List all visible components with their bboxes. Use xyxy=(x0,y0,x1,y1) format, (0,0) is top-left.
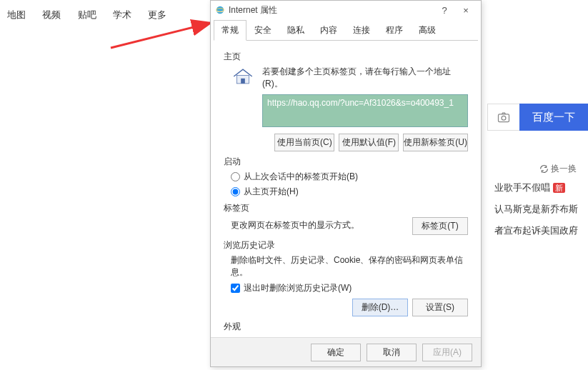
tab-security[interactable]: 安全 xyxy=(246,20,279,41)
dialog-body: 主页 若要创建多个主页标签页，请在每行输入一个地址(R)。 使用当前页(C) 使… xyxy=(211,41,481,355)
news-list: 业歌手不假唱新 认马斯克是新乔布斯 者宣布起诉美国政府 xyxy=(494,177,578,241)
svg-rect-7 xyxy=(241,79,245,84)
nav-link[interactable]: 学术 xyxy=(106,0,139,30)
tab-strip: 常规 安全 隐私 内容 连接 程序 高级 xyxy=(214,19,478,41)
settings-button[interactable]: 设置(S) xyxy=(412,299,468,316)
search-button[interactable]: 百度一下 xyxy=(519,104,588,131)
section-tabs: 标签页 更改网页在标签页中的显示方式。 标签页(T) xyxy=(224,202,468,235)
section-title: 主页 xyxy=(224,51,468,63)
news-item[interactable]: 认马斯克是新乔布斯 xyxy=(494,199,578,220)
tab-advanced[interactable]: 高级 xyxy=(411,20,444,41)
nav-link[interactable]: 更多 xyxy=(141,0,174,30)
homepage-url-input[interactable] xyxy=(262,94,468,127)
tab-general[interactable]: 常规 xyxy=(214,20,246,41)
section-title: 外观 xyxy=(224,321,468,333)
section-homepage: 主页 若要创建多个主页标签页，请在每行输入一个地址(R)。 使用当前页(C) 使… xyxy=(224,51,468,151)
section-history: 浏览历史记录 删除临时文件、历史记录、Cookie、保存的密码和网页表单信息。 … xyxy=(224,239,468,316)
search-controls: 百度一下 xyxy=(487,104,588,131)
svg-rect-0 xyxy=(499,114,509,122)
section-title: 标签页 xyxy=(224,202,468,214)
dialog-footer: 确定 取消 应用(A) xyxy=(211,337,481,366)
homepage-desc: 若要创建多个主页标签页，请在每行输入一个地址(R)。 xyxy=(262,66,468,90)
delete-button[interactable]: 删除(D)… xyxy=(352,299,408,316)
help-button[interactable]: ? xyxy=(434,3,455,17)
new-badge: 新 xyxy=(553,183,565,193)
use-default-button[interactable]: 使用默认值(F) xyxy=(339,134,399,151)
dialog-title: Internet 属性 xyxy=(229,4,277,16)
close-button[interactable]: × xyxy=(455,3,477,17)
apply-button[interactable]: 应用(A) xyxy=(422,344,472,361)
news-item[interactable]: 者宣布起诉美国政府 xyxy=(494,220,578,241)
startup-home-radio[interactable]: 从主页开始(H) xyxy=(231,186,468,198)
section-title: 启动 xyxy=(224,156,468,168)
ok-button[interactable]: 确定 xyxy=(311,344,361,361)
nav-link[interactable]: 视频 xyxy=(35,0,68,30)
nav-link[interactable]: 贴吧 xyxy=(71,0,104,30)
svg-point-1 xyxy=(502,116,506,120)
cancel-button[interactable]: 取消 xyxy=(367,344,417,361)
history-desc: 删除临时文件、历史记录、Cookie、保存的密码和网页表单信息。 xyxy=(231,254,468,279)
tab-connections[interactable]: 连接 xyxy=(345,20,378,41)
internet-properties-dialog: Internet 属性 ? × 常规 安全 隐私 内容 连接 程序 高级 主页 … xyxy=(210,0,482,367)
use-newtab-button[interactable]: 使用新标签页(U) xyxy=(403,134,468,151)
tab-privacy[interactable]: 隐私 xyxy=(279,20,312,41)
section-title: 浏览历史记录 xyxy=(224,239,468,251)
home-icon xyxy=(231,66,255,89)
use-current-button[interactable]: 使用当前页(C) xyxy=(274,134,334,151)
refresh-link[interactable]: 换一换 xyxy=(539,163,577,175)
refresh-label: 换一换 xyxy=(551,163,577,175)
section-startup: 启动 从上次会话中的标签页开始(B) 从主页开始(H) xyxy=(224,156,468,198)
news-item[interactable]: 业歌手不假唱新 xyxy=(494,177,578,199)
camera-icon[interactable] xyxy=(487,104,519,131)
delete-on-exit-checkbox[interactable]: 退出时删除浏览历史记录(W) xyxy=(231,282,468,294)
svg-point-4 xyxy=(216,6,224,14)
startup-last-radio[interactable]: 从上次会话中的标签页开始(B) xyxy=(231,171,468,183)
tabs-button[interactable]: 标签页(T) xyxy=(412,217,468,235)
nav-link[interactable]: 地图 xyxy=(0,0,33,30)
titlebar: Internet 属性 ? × xyxy=(211,1,481,19)
ie-icon xyxy=(215,5,225,15)
tabs-desc: 更改网页在标签页中的显示方式。 xyxy=(231,219,359,231)
tab-programs[interactable]: 程序 xyxy=(378,20,411,41)
tab-content[interactable]: 内容 xyxy=(312,20,345,41)
